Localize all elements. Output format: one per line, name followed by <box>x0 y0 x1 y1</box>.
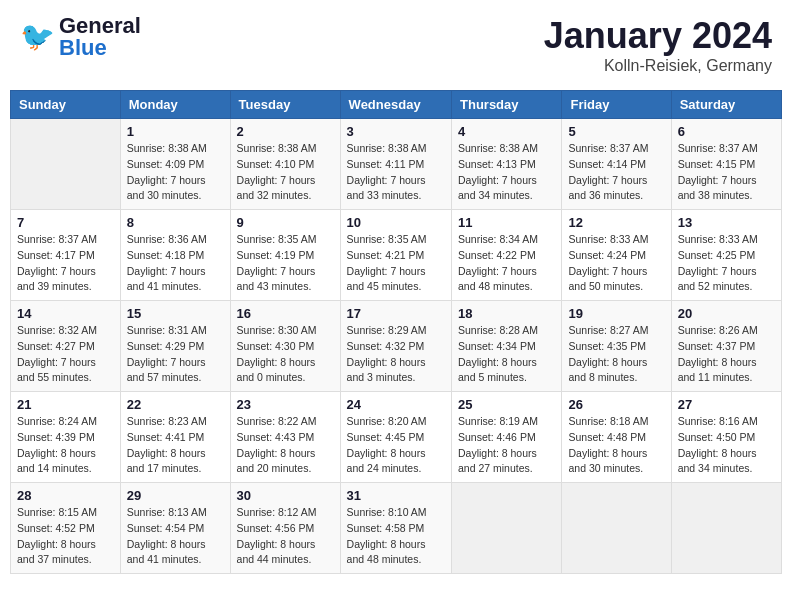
day-info: Sunrise: 8:12 AMSunset: 4:56 PMDaylight:… <box>237 505 334 568</box>
day-number: 1 <box>127 124 224 139</box>
calendar-cell: 25Sunrise: 8:19 AMSunset: 4:46 PMDayligh… <box>452 392 562 483</box>
day-info: Sunrise: 8:32 AMSunset: 4:27 PMDaylight:… <box>17 323 114 386</box>
day-number: 20 <box>678 306 775 321</box>
day-number: 4 <box>458 124 555 139</box>
day-number: 10 <box>347 215 445 230</box>
day-info: Sunrise: 8:37 AMSunset: 4:17 PMDaylight:… <box>17 232 114 295</box>
weekday-header-monday: Monday <box>120 91 230 119</box>
calendar-cell <box>562 483 671 574</box>
day-number: 13 <box>678 215 775 230</box>
logo: 🐦 General Blue <box>20 15 141 59</box>
day-info: Sunrise: 8:29 AMSunset: 4:32 PMDaylight:… <box>347 323 445 386</box>
day-info: Sunrise: 8:33 AMSunset: 4:24 PMDaylight:… <box>568 232 664 295</box>
calendar-week-5: 28Sunrise: 8:15 AMSunset: 4:52 PMDayligh… <box>11 483 782 574</box>
logo-text: General Blue <box>59 15 141 59</box>
day-number: 3 <box>347 124 445 139</box>
calendar-week-4: 21Sunrise: 8:24 AMSunset: 4:39 PMDayligh… <box>11 392 782 483</box>
day-info: Sunrise: 8:27 AMSunset: 4:35 PMDaylight:… <box>568 323 664 386</box>
day-info: Sunrise: 8:31 AMSunset: 4:29 PMDaylight:… <box>127 323 224 386</box>
day-info: Sunrise: 8:20 AMSunset: 4:45 PMDaylight:… <box>347 414 445 477</box>
calendar-cell: 13Sunrise: 8:33 AMSunset: 4:25 PMDayligh… <box>671 210 781 301</box>
calendar-cell: 1Sunrise: 8:38 AMSunset: 4:09 PMDaylight… <box>120 119 230 210</box>
day-info: Sunrise: 8:33 AMSunset: 4:25 PMDaylight:… <box>678 232 775 295</box>
weekday-header-sunday: Sunday <box>11 91 121 119</box>
calendar-cell: 27Sunrise: 8:16 AMSunset: 4:50 PMDayligh… <box>671 392 781 483</box>
calendar-cell: 7Sunrise: 8:37 AMSunset: 4:17 PMDaylight… <box>11 210 121 301</box>
day-info: Sunrise: 8:23 AMSunset: 4:41 PMDaylight:… <box>127 414 224 477</box>
day-number: 14 <box>17 306 114 321</box>
day-number: 25 <box>458 397 555 412</box>
day-number: 28 <box>17 488 114 503</box>
day-number: 31 <box>347 488 445 503</box>
page-header: 🐦 General Blue January 2024 Kolln-Reisie… <box>10 10 782 80</box>
day-info: Sunrise: 8:16 AMSunset: 4:50 PMDaylight:… <box>678 414 775 477</box>
calendar-cell: 26Sunrise: 8:18 AMSunset: 4:48 PMDayligh… <box>562 392 671 483</box>
day-number: 30 <box>237 488 334 503</box>
day-info: Sunrise: 8:35 AMSunset: 4:21 PMDaylight:… <box>347 232 445 295</box>
day-number: 18 <box>458 306 555 321</box>
logo-general: General <box>59 15 141 37</box>
calendar-cell: 16Sunrise: 8:30 AMSunset: 4:30 PMDayligh… <box>230 301 340 392</box>
day-number: 7 <box>17 215 114 230</box>
calendar-cell: 17Sunrise: 8:29 AMSunset: 4:32 PMDayligh… <box>340 301 451 392</box>
calendar-cell: 24Sunrise: 8:20 AMSunset: 4:45 PMDayligh… <box>340 392 451 483</box>
day-info: Sunrise: 8:38 AMSunset: 4:13 PMDaylight:… <box>458 141 555 204</box>
calendar-week-3: 14Sunrise: 8:32 AMSunset: 4:27 PMDayligh… <box>11 301 782 392</box>
day-info: Sunrise: 8:18 AMSunset: 4:48 PMDaylight:… <box>568 414 664 477</box>
calendar-cell: 21Sunrise: 8:24 AMSunset: 4:39 PMDayligh… <box>11 392 121 483</box>
calendar-cell <box>452 483 562 574</box>
day-info: Sunrise: 8:37 AMSunset: 4:14 PMDaylight:… <box>568 141 664 204</box>
day-number: 23 <box>237 397 334 412</box>
calendar-cell: 5Sunrise: 8:37 AMSunset: 4:14 PMDaylight… <box>562 119 671 210</box>
weekday-header-friday: Friday <box>562 91 671 119</box>
calendar-cell: 30Sunrise: 8:12 AMSunset: 4:56 PMDayligh… <box>230 483 340 574</box>
day-info: Sunrise: 8:22 AMSunset: 4:43 PMDaylight:… <box>237 414 334 477</box>
day-number: 17 <box>347 306 445 321</box>
day-info: Sunrise: 8:30 AMSunset: 4:30 PMDaylight:… <box>237 323 334 386</box>
day-info: Sunrise: 8:24 AMSunset: 4:39 PMDaylight:… <box>17 414 114 477</box>
day-info: Sunrise: 8:38 AMSunset: 4:11 PMDaylight:… <box>347 141 445 204</box>
day-info: Sunrise: 8:38 AMSunset: 4:09 PMDaylight:… <box>127 141 224 204</box>
calendar-week-1: 1Sunrise: 8:38 AMSunset: 4:09 PMDaylight… <box>11 119 782 210</box>
day-number: 24 <box>347 397 445 412</box>
calendar-cell: 8Sunrise: 8:36 AMSunset: 4:18 PMDaylight… <box>120 210 230 301</box>
location-subtitle: Kolln-Reisiek, Germany <box>544 57 772 75</box>
logo-blue: Blue <box>59 37 141 59</box>
calendar-cell: 11Sunrise: 8:34 AMSunset: 4:22 PMDayligh… <box>452 210 562 301</box>
calendar-cell: 19Sunrise: 8:27 AMSunset: 4:35 PMDayligh… <box>562 301 671 392</box>
page-title: January 2024 <box>544 15 772 57</box>
calendar-cell: 10Sunrise: 8:35 AMSunset: 4:21 PMDayligh… <box>340 210 451 301</box>
day-number: 21 <box>17 397 114 412</box>
day-number: 8 <box>127 215 224 230</box>
calendar-table: SundayMondayTuesdayWednesdayThursdayFrid… <box>10 90 782 574</box>
day-info: Sunrise: 8:19 AMSunset: 4:46 PMDaylight:… <box>458 414 555 477</box>
weekday-header-thursday: Thursday <box>452 91 562 119</box>
weekday-header-saturday: Saturday <box>671 91 781 119</box>
calendar-cell: 15Sunrise: 8:31 AMSunset: 4:29 PMDayligh… <box>120 301 230 392</box>
day-number: 5 <box>568 124 664 139</box>
day-number: 22 <box>127 397 224 412</box>
weekday-header-tuesday: Tuesday <box>230 91 340 119</box>
day-number: 27 <box>678 397 775 412</box>
day-info: Sunrise: 8:34 AMSunset: 4:22 PMDaylight:… <box>458 232 555 295</box>
calendar-cell: 14Sunrise: 8:32 AMSunset: 4:27 PMDayligh… <box>11 301 121 392</box>
logo-bird-icon: 🐦 <box>20 23 55 51</box>
calendar-cell: 23Sunrise: 8:22 AMSunset: 4:43 PMDayligh… <box>230 392 340 483</box>
calendar-cell <box>11 119 121 210</box>
day-info: Sunrise: 8:26 AMSunset: 4:37 PMDaylight:… <box>678 323 775 386</box>
day-info: Sunrise: 8:10 AMSunset: 4:58 PMDaylight:… <box>347 505 445 568</box>
day-number: 11 <box>458 215 555 230</box>
day-info: Sunrise: 8:13 AMSunset: 4:54 PMDaylight:… <box>127 505 224 568</box>
calendar-cell <box>671 483 781 574</box>
calendar-cell: 2Sunrise: 8:38 AMSunset: 4:10 PMDaylight… <box>230 119 340 210</box>
calendar-cell: 20Sunrise: 8:26 AMSunset: 4:37 PMDayligh… <box>671 301 781 392</box>
day-number: 15 <box>127 306 224 321</box>
title-block: January 2024 Kolln-Reisiek, Germany <box>544 15 772 75</box>
calendar-cell: 22Sunrise: 8:23 AMSunset: 4:41 PMDayligh… <box>120 392 230 483</box>
day-info: Sunrise: 8:38 AMSunset: 4:10 PMDaylight:… <box>237 141 334 204</box>
calendar-week-2: 7Sunrise: 8:37 AMSunset: 4:17 PMDaylight… <box>11 210 782 301</box>
day-info: Sunrise: 8:28 AMSunset: 4:34 PMDaylight:… <box>458 323 555 386</box>
day-number: 9 <box>237 215 334 230</box>
day-number: 6 <box>678 124 775 139</box>
calendar-cell: 29Sunrise: 8:13 AMSunset: 4:54 PMDayligh… <box>120 483 230 574</box>
